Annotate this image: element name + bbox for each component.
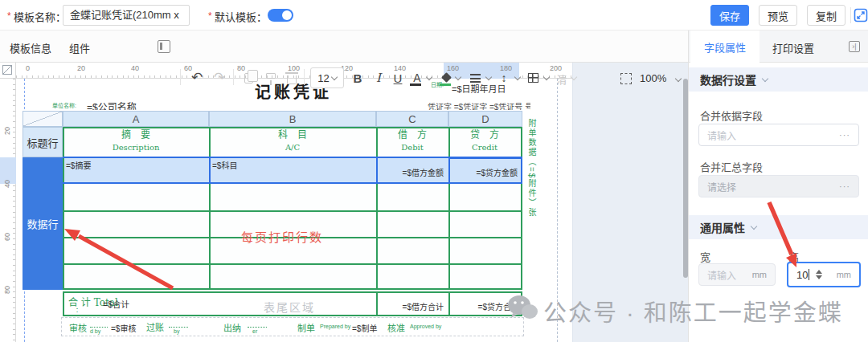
head-cell-debit[interactable]: 借 方 Debit xyxy=(378,129,447,153)
italic-icon[interactable]: I xyxy=(370,69,387,87)
section-title: 数据行设置 xyxy=(700,71,756,88)
head-en: A/C xyxy=(211,141,375,153)
column-header-c[interactable]: C xyxy=(376,111,448,127)
ruler-number: 80 xyxy=(3,283,11,296)
head-cell-summary[interactable]: 摘 要 Description xyxy=(64,129,207,153)
tab-components[interactable]: 组件 xyxy=(69,40,90,55)
template-name-input[interactable]: 金蝶记账凭证(210mm x xyxy=(63,5,190,26)
fit-screen-icon[interactable] xyxy=(617,70,635,88)
selected-cell[interactable]: =$贷方金额 xyxy=(448,157,522,184)
font-size-select[interactable]: 12 xyxy=(310,67,344,88)
chevron-down-icon xyxy=(330,73,337,79)
checked-field[interactable]: =$审核 xyxy=(111,322,136,334)
dotted-line xyxy=(90,321,108,328)
height-input[interactable]: 10 mm xyxy=(787,262,861,287)
vertical-align-icon[interactable]: ↕ xyxy=(495,69,513,87)
stepper-icon[interactable] xyxy=(816,270,822,279)
prepared-field[interactable]: =$制单 xyxy=(352,322,377,334)
company-field[interactable]: =$公司名称 xyxy=(87,100,137,110)
posted-label: 过账 xyxy=(146,320,164,333)
column-header-a[interactable]: A xyxy=(63,111,209,127)
clipped-header-line: 单位名称: =$公司名称 凭证字 =$凭证字 =$凭证号 号 xyxy=(48,96,530,110)
preview-button[interactable]: 预览 xyxy=(759,5,797,26)
height-value: 10 xyxy=(796,269,808,281)
default-template-toggle[interactable] xyxy=(268,9,293,22)
merge-summary-label: 合并汇总字段 xyxy=(700,159,763,174)
design-canvas[interactable]: 记账凭证 日期: =$日期年月日 单位名称: =$公司名称 凭证字 =$凭证字 … xyxy=(16,79,572,342)
head-cell-account[interactable]: 科 目 A/C xyxy=(211,129,375,153)
voucher-number-line[interactable]: 凭证字 =$凭证字 =$凭证号 号 xyxy=(428,100,530,110)
fullscreen-icon[interactable] xyxy=(854,8,868,22)
vertical-ruler: 20 40 60 80 xyxy=(0,79,16,342)
copy-button[interactable]: 复制 xyxy=(807,5,845,26)
head-cn: 科 目 xyxy=(211,129,375,141)
column-header-d[interactable]: D xyxy=(448,111,522,127)
align-icon[interactable] xyxy=(466,69,484,87)
prepared-sub: Prepared by xyxy=(320,324,350,329)
panel-tab-bar: 字段属性 打印设置 ›| xyxy=(688,31,868,63)
data-row-settings-section[interactable]: 数据行设置 xyxy=(689,67,868,92)
tab-template-info[interactable]: 模板信息 xyxy=(10,40,51,55)
title-row-label[interactable]: 标题行 xyxy=(23,127,63,157)
format-toolbar: 模板信息 组件 ↶ ↷ 12 B I U A ↕ 清 1 xyxy=(0,31,688,63)
ruler-corner xyxy=(0,63,16,79)
font-color-bar xyxy=(410,83,421,86)
chevron-down-icon xyxy=(762,75,768,81)
tab-field-properties[interactable]: 字段属性 xyxy=(690,31,760,63)
save-button[interactable]: 保存 xyxy=(710,5,749,26)
more-icon[interactable]: ··· xyxy=(839,130,850,140)
placeholder: 请输入 xyxy=(707,128,736,142)
head-en: Credit xyxy=(450,141,519,153)
merge-summary-input[interactable]: 请选择 ··· xyxy=(698,175,859,197)
field-debit-amount[interactable]: =$借方金额 xyxy=(376,166,444,178)
undo-icon[interactable]: ↶ xyxy=(188,68,206,86)
field-account[interactable]: =$科目 xyxy=(212,159,237,171)
divider xyxy=(850,7,851,23)
ruler-number: 60 xyxy=(3,230,11,243)
more-icon[interactable]: ··· xyxy=(839,181,850,191)
general-properties-section[interactable]: 通用属性 xyxy=(689,215,868,239)
format-painter-icon[interactable] xyxy=(262,69,280,87)
head-cn: 借 方 xyxy=(378,129,447,141)
field-summary[interactable]: =$摘要 xyxy=(66,159,91,171)
column-header-b[interactable]: B xyxy=(209,111,376,127)
copy-cell-icon[interactable] xyxy=(240,69,257,87)
delete-icon[interactable] xyxy=(283,69,301,87)
head-cn: 摘 要 xyxy=(64,129,207,141)
required-mark: * xyxy=(7,10,11,22)
prepared-label: 制单 xyxy=(297,321,315,334)
total-field[interactable]: =$合计 xyxy=(103,298,129,310)
border-table-icon[interactable] xyxy=(524,69,542,87)
merge-basis-input[interactable]: 请输入 ··· xyxy=(698,124,859,146)
attachment-note[interactable]: 附单数据（=$附件）张 xyxy=(526,119,538,291)
underline-icon[interactable]: U xyxy=(389,69,407,87)
footer-zone-watermark: 表尾区域 xyxy=(264,299,315,315)
company-label: 单位名称: xyxy=(52,101,76,109)
clear-format-icon[interactable]: 清 xyxy=(553,70,571,88)
placeholder: 请选择 xyxy=(707,180,736,193)
chevron-down-icon xyxy=(751,222,757,229)
table-corner-cell[interactable] xyxy=(23,111,63,127)
approved-label: 核准 xyxy=(387,321,405,334)
tab-print-settings[interactable]: 打印设置 xyxy=(772,40,814,55)
checked-label: 审核 xyxy=(69,321,87,334)
debit-total-field[interactable]: =$借方合计 xyxy=(378,300,444,312)
width-input[interactable]: 请输入 mm xyxy=(698,263,776,286)
head-en: Debit xyxy=(378,141,447,153)
data-row-label[interactable]: 数据行 xyxy=(23,157,63,290)
approved-sub: Approved by xyxy=(410,324,441,329)
toggle-knob xyxy=(282,10,292,20)
head-cell-credit[interactable]: 贷 方 Credit xyxy=(450,129,519,153)
head-cn: 贷 方 xyxy=(450,129,519,141)
bold-icon[interactable]: B xyxy=(349,69,366,87)
total-colon: ： xyxy=(76,305,82,314)
collapse-panel-icon[interactable]: ›| xyxy=(849,41,860,52)
head-en: Description xyxy=(64,141,207,153)
top-bar: * 模板名称： 金蝶记账凭证(210mm x * 默认模板： 保存 预览 复制 xyxy=(0,0,868,31)
checked-sub: d by xyxy=(90,328,100,334)
redo-icon[interactable]: ↷ xyxy=(211,68,228,86)
section-title: 通用属性 xyxy=(700,219,745,235)
zoom-level[interactable]: 100% xyxy=(640,72,666,84)
panel-toggle-icon[interactable] xyxy=(158,40,170,53)
ruler-number: 0 xyxy=(26,64,30,72)
